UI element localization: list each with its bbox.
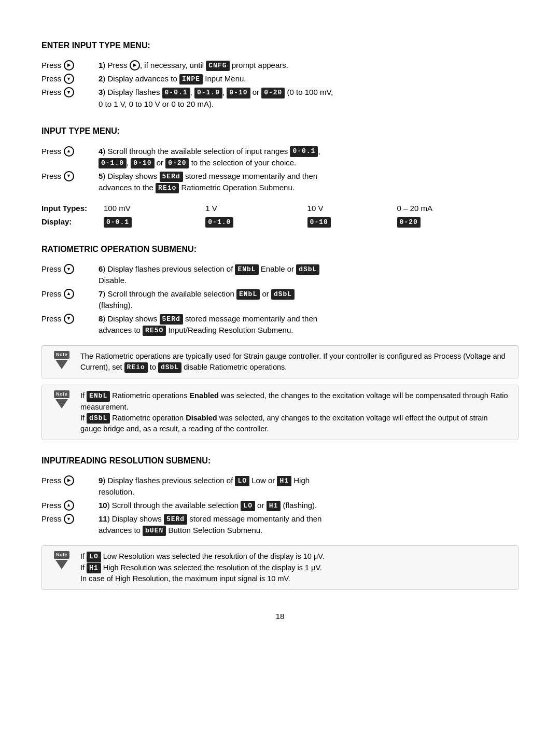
enter-input-steps: Press 1) Press , if necessary, until CNF… <box>41 59 519 110</box>
step-8-press: Press <box>41 312 99 337</box>
lcd-0-1-0: 0-1.0 <box>194 88 222 98</box>
lcd-enbl-3: ENbL <box>87 391 110 401</box>
step-6-content: 6) Display flashes previous selection of… <box>99 262 519 287</box>
bold-enabled: Enabled <box>189 391 218 400</box>
lcd-0-0-1: 0-0.1 <box>162 88 190 98</box>
lcd-cnfg: CNFG <box>206 61 229 71</box>
section-title-input-type: INPUT TYPE MENU: <box>41 125 519 137</box>
button-down-icon-2[interactable] <box>64 87 74 97</box>
lcd-lo-2: LO <box>241 501 255 511</box>
step-2-press: Press <box>41 72 99 86</box>
note-badge-text-3: Note <box>54 551 69 559</box>
lcd-h1-2: H1 <box>267 501 281 511</box>
button-down-icon[interactable] <box>64 74 74 84</box>
lcd-dsbl-1: dSbL <box>296 264 319 275</box>
lcd-lo-3: LO <box>87 552 101 562</box>
step-3-content: 3) Display flashes 0-0.1, 0-1.0, 0-10 or… <box>99 86 519 110</box>
step-7-num: 7 <box>99 289 103 298</box>
lcd-d-0-10: 0-10 <box>307 217 331 228</box>
press-label-6: Press <box>41 264 64 273</box>
button-down-icon-5[interactable] <box>64 314 74 324</box>
lcd-reio-1: REio <box>156 183 179 193</box>
lcd-0-10: 0-10 <box>227 88 250 98</box>
press-label-3: Press <box>41 88 64 96</box>
lcd-lo-1: LO <box>235 476 249 486</box>
step-6-press: Press <box>41 262 99 287</box>
lcd-serd-1: 5ERd <box>160 172 183 182</box>
display-10v: 0-10 <box>307 215 397 229</box>
button-up-icon-2[interactable] <box>64 289 74 299</box>
press-label-11: Press <box>41 514 64 523</box>
note-triangle-1 <box>55 360 68 369</box>
step-7-press: Press <box>41 287 99 312</box>
section-title-enter-input: ENTER INPUT TYPE MENU: <box>41 39 519 51</box>
step-1-num: 1 <box>99 61 103 69</box>
input-type-steps: Press 4) Scroll through the available se… <box>41 145 519 195</box>
step-4-content: 4) Scroll through the available selectio… <box>99 145 519 170</box>
lcd-d-0-20: 0-20 <box>397 217 421 228</box>
step-9-press: Press <box>41 474 99 499</box>
step-1-content: 1) Press , if necessary, until CNFG prom… <box>99 59 519 72</box>
step-10-row: Press 10) Scroll through the available s… <box>41 499 519 512</box>
step-9-content: 9) Display flashes previous selection of… <box>99 474 519 499</box>
button-down-icon-6[interactable] <box>64 514 74 524</box>
input-type-1v: 1 V <box>205 202 307 215</box>
button-down-icon-4[interactable] <box>64 264 74 274</box>
lcd-reio-2: REio <box>124 362 148 373</box>
note-box-1: Note The Ratiometric operations are typi… <box>41 345 519 378</box>
button-right-icon-3[interactable] <box>64 475 74 486</box>
step-8-num: 8 <box>99 314 103 323</box>
step-7-content: 7) Scroll through the available selectio… <box>99 287 519 312</box>
step-3-row: Press 3) Display flashes 0-0.1, 0-1.0, 0… <box>41 86 519 110</box>
input-type-100mv: 100 mV <box>104 202 205 215</box>
lcd-enbl-1: ENbL <box>235 264 258 275</box>
section-title-resolution: INPUT/READING RESOLUTION SUBMENU: <box>41 455 519 467</box>
display-100mv: 0-0.1 <box>104 215 205 229</box>
step-6-num: 6 <box>99 264 103 273</box>
press-label-10: Press <box>41 501 64 510</box>
press-label-4: Press <box>41 147 64 156</box>
button-up-icon-3[interactable] <box>64 500 74 511</box>
step-5-content: 5) Display shows 5ERd stored message mom… <box>99 170 519 194</box>
input-types-label: Input Types: <box>41 202 104 215</box>
note-box-3: Note If LO Low Resolution was selected t… <box>41 545 519 590</box>
step-8-content: 8) Display shows 5ERd stored message mom… <box>99 312 519 337</box>
note-box-2: Note If ENbL Ratiometric operations Enab… <box>41 385 519 440</box>
step-1-press: Press <box>41 59 99 72</box>
button-up-icon[interactable] <box>64 146 74 157</box>
step-1-row: Press 1) Press , if necessary, until CNF… <box>41 59 519 72</box>
step-3-press: Press <box>41 86 99 110</box>
step-11-content: 11) Display shows 5ERd stored message mo… <box>99 512 519 537</box>
lcd-h1-3: H1 <box>87 563 101 573</box>
section-enter-input-type-menu: ENTER INPUT TYPE MENU: Press 1) Press , … <box>41 39 519 110</box>
input-types-header-row: Input Types: 100 mV 1 V 10 V 0 – 20 mA <box>41 202 519 215</box>
step-4-press: Press <box>41 145 99 170</box>
step-10-content: 10) Scroll through the available selecti… <box>99 499 519 512</box>
step-4-row: Press 4) Scroll through the available se… <box>41 145 519 170</box>
lcd-d-0-0-1: 0-0.1 <box>104 217 132 228</box>
section-input-type-menu: INPUT TYPE MENU: Press 4) Scroll through… <box>41 125 519 229</box>
input-type-020ma: 0 – 20 mA <box>397 202 519 215</box>
display-label: Display: <box>41 215 104 229</box>
resolution-steps: Press 9) Display flashes previous select… <box>41 474 519 537</box>
button-right-icon-2[interactable] <box>130 60 140 71</box>
note-1-text: The Ratiometric operations are typically… <box>80 351 511 373</box>
lcd-serd-2: 5ERd <box>160 314 183 325</box>
press-label-2: Press <box>41 74 64 83</box>
button-right-icon[interactable] <box>64 60 74 71</box>
step-11-press: Press <box>41 512 99 537</box>
lcd-serd-3: 5ERd <box>164 514 187 525</box>
input-type-10v: 10 V <box>307 202 397 215</box>
step-3-num: 3 <box>99 88 103 96</box>
lcd-buen: bUEN <box>143 526 166 536</box>
press-label-8: Press <box>41 314 64 323</box>
press-label-7: Press <box>41 289 64 298</box>
lcd-it-0-10: 0-10 <box>131 158 154 168</box>
section-input-reading-resolution: INPUT/READING RESOLUTION SUBMENU: Press … <box>41 455 519 590</box>
lcd-dsbl-4: dSbL <box>87 413 110 424</box>
note-2-text: If ENbL Ratiometric operations Enabled w… <box>80 390 511 434</box>
step-4-num: 4 <box>99 147 103 156</box>
note-badge-3: Note <box>49 551 74 569</box>
press-label-5: Press <box>41 172 64 180</box>
button-down-icon-3[interactable] <box>64 171 74 181</box>
